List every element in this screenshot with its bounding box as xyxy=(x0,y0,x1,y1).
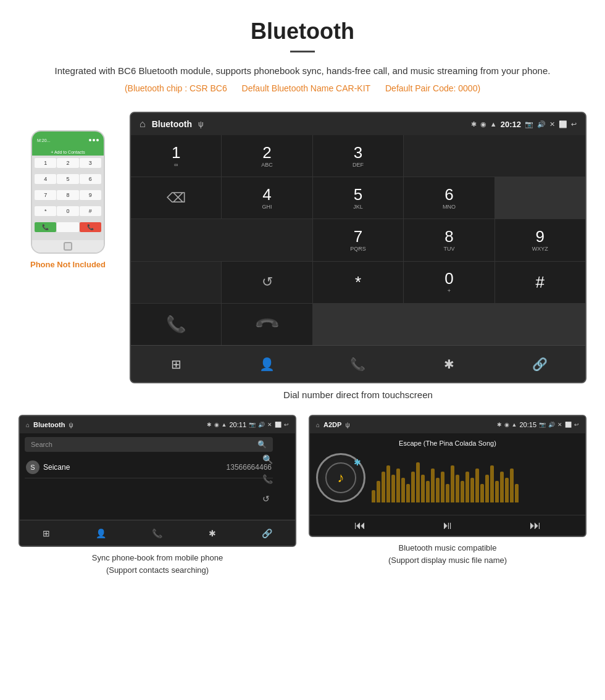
pb-caption-1: Sync phone-book from mobile phone xyxy=(92,553,223,562)
eq-bar xyxy=(451,465,454,502)
phone-key-star[interactable]: * xyxy=(35,206,56,216)
pb-loc-icon: ◉ xyxy=(214,422,219,428)
home-icon[interactable]: ⌂ xyxy=(140,119,146,130)
next-track-btn[interactable]: ⏭ xyxy=(530,519,541,532)
pb-grid-icon[interactable]: ⊞ xyxy=(43,528,50,538)
dial-sub-3: DEF xyxy=(353,162,364,168)
phonebook-wrapper: ⌂ Bluetooth ψ ✱ ◉ ▲ 20:11 📷 🔊 ✕ ⬜ ↩ xyxy=(19,415,296,547)
music-back-icon[interactable]: ↩ xyxy=(574,422,579,428)
phone-key-4[interactable]: 4 xyxy=(35,174,56,184)
dial-key-6[interactable]: 6 MNO xyxy=(404,177,494,219)
phone-not-included-label: Phone Not Included xyxy=(19,260,117,269)
music-cam-icon[interactable]: 📷 xyxy=(539,422,546,428)
phone-end-btn[interactable]: 📞 xyxy=(80,222,101,232)
phone-key-3[interactable]: 3 xyxy=(80,158,101,168)
dial-end-btn[interactable]: 📞 xyxy=(222,304,312,345)
phonebook-block: ⌂ Bluetooth ψ ✱ ◉ ▲ 20:11 📷 🔊 ✕ ⬜ ↩ xyxy=(19,415,296,576)
dial-key-2[interactable]: 2 ABC xyxy=(222,135,312,177)
pb-side-phone-icon[interactable]: 📞 xyxy=(262,474,273,484)
phone-home-btn[interactable] xyxy=(64,242,72,251)
music-statusbar: ⌂ A2DP ψ ✱ ◉ ▲ 20:15 📷 🔊 ✕ ⬜ ↩ xyxy=(310,416,585,433)
music-home-icon[interactable]: ⌂ xyxy=(316,422,320,428)
pb-vol-icon[interactable]: 🔊 xyxy=(258,422,265,428)
dial-key-4[interactable]: 4 GHI xyxy=(222,177,312,219)
prev-track-btn[interactable]: ⏮ xyxy=(354,519,365,532)
pb-side-refresh-icon[interactable]: ↺ xyxy=(262,494,273,504)
dial-key-5[interactable]: 5 JKL xyxy=(313,177,403,219)
phone-key-2[interactable]: 2 xyxy=(57,158,78,168)
pb-side-search-icon[interactable]: 🔍 xyxy=(262,454,273,464)
eq-bar xyxy=(421,475,425,502)
phone-key-0[interactable]: 0 xyxy=(57,206,78,216)
phone-key-9[interactable]: 9 xyxy=(80,190,101,200)
bottom-link-icon[interactable]: 🔗 xyxy=(524,349,555,380)
end-call-icon: 📞 xyxy=(253,310,281,338)
dial-key-star[interactable]: * xyxy=(313,262,403,303)
bottom-bluetooth-icon[interactable]: ✱ xyxy=(433,349,464,380)
album-art: ♪ ✱ xyxy=(316,453,365,502)
eq-bar xyxy=(446,484,449,502)
dial-backspace[interactable]: ⌫ xyxy=(131,177,221,219)
pb-link-icon[interactable]: 🔗 xyxy=(262,528,272,538)
phone-add-contact: + Add to Contacts xyxy=(32,149,104,156)
dial-empty-3 xyxy=(131,262,221,303)
dial-screen-mockup: ⌂ Bluetooth ψ ✱ ◉ ▲ 20:12 📷 🔊 ✕ ⬜ ↩ xyxy=(130,112,586,383)
play-pause-btn[interactable]: ⏯ xyxy=(442,519,453,532)
phone-key-7[interactable]: 7 xyxy=(35,190,56,200)
search-icon[interactable]: 🔍 xyxy=(257,440,267,449)
back-icon[interactable]: ↩ xyxy=(571,120,577,128)
bottom-contacts-icon[interactable]: 👤 xyxy=(252,349,283,380)
eq-bar xyxy=(510,469,514,502)
contact-row[interactable]: S Seicane 13566664466 xyxy=(25,457,273,478)
phone-key-hash[interactable]: # xyxy=(80,206,101,216)
bottom-grid-icon[interactable]: ⊞ xyxy=(161,349,192,380)
dial-key-0[interactable]: 0 + xyxy=(404,262,494,303)
pb-cam-icon[interactable]: 📷 xyxy=(249,422,256,428)
dial-key-9[interactable]: 9 WXYZ xyxy=(495,219,585,260)
phone-section: M:20... + Add to Contacts 1 2 3 4 5 6 7 … xyxy=(19,112,117,269)
dial-redial[interactable]: ↺ xyxy=(222,262,312,303)
eq-bar xyxy=(505,478,509,502)
dial-status-title: Bluetooth xyxy=(152,119,192,129)
dial-key-3[interactable]: 3 DEF xyxy=(313,135,403,177)
pb-bottom-bar: ⊞ 👤 📞 ✱ 🔗 xyxy=(20,520,295,546)
pb-status-title: Bluetooth xyxy=(33,421,65,428)
pb-person-icon[interactable]: 👤 xyxy=(96,528,106,538)
dial-key-hash[interactable]: # xyxy=(495,262,585,303)
dial-num-hash: # xyxy=(536,274,544,290)
eq-bar xyxy=(470,478,474,502)
pb-back-icon[interactable]: ↩ xyxy=(284,422,289,428)
music-vol-icon[interactable]: 🔊 xyxy=(548,422,555,428)
eq-bar xyxy=(386,465,390,502)
eq-bar xyxy=(436,478,440,502)
search-bar[interactable]: Search 🔍 xyxy=(25,437,273,452)
eq-bar xyxy=(431,469,435,502)
pb-phone-icon2[interactable]: 📞 xyxy=(152,528,162,538)
phone-key-8[interactable]: 8 xyxy=(57,190,78,200)
music-close-icon[interactable]: ✕ xyxy=(557,422,562,428)
volume-icon[interactable]: 🔊 xyxy=(537,120,546,128)
spec-chip: (Bluetooth chip : CSR BC6 xyxy=(125,83,227,93)
window-icon[interactable]: ⬜ xyxy=(559,120,567,128)
phone-call-btn[interactable]: 📞 xyxy=(35,222,56,232)
dial-call-btn[interactable]: 📞 xyxy=(131,304,221,345)
phone-key-1[interactable]: 1 xyxy=(35,158,56,168)
dial-key-7[interactable]: 7 PQRS xyxy=(313,219,403,260)
pb-bt-icon2[interactable]: ✱ xyxy=(209,528,216,538)
phone-key-6[interactable]: 6 xyxy=(80,174,101,184)
music-win-icon[interactable]: ⬜ xyxy=(565,422,572,428)
close-icon[interactable]: ✕ xyxy=(549,120,555,128)
music-bt-icon: ✱ xyxy=(497,422,502,428)
pb-list-area: Search 🔍 S Seicane 13566664466 xyxy=(20,433,295,520)
pb-home-icon[interactable]: ⌂ xyxy=(26,422,30,428)
music-status-left: ⌂ A2DP ψ xyxy=(316,421,350,428)
camera-icon[interactable]: 📷 xyxy=(525,120,533,128)
pb-close-icon[interactable]: ✕ xyxy=(267,422,272,428)
phone-key-5[interactable]: 5 xyxy=(57,174,78,184)
pb-win-icon[interactable]: ⬜ xyxy=(275,422,282,428)
music-screen: ⌂ A2DP ψ ✱ ◉ ▲ 20:15 📷 🔊 ✕ ⬜ ↩ xyxy=(309,415,586,537)
bottom-phone-icon[interactable]: 📞 xyxy=(343,349,373,380)
title-underline xyxy=(290,51,315,52)
dial-key-8[interactable]: 8 TUV xyxy=(404,219,494,260)
dial-key-1[interactable]: 1 ∞ xyxy=(131,135,221,177)
